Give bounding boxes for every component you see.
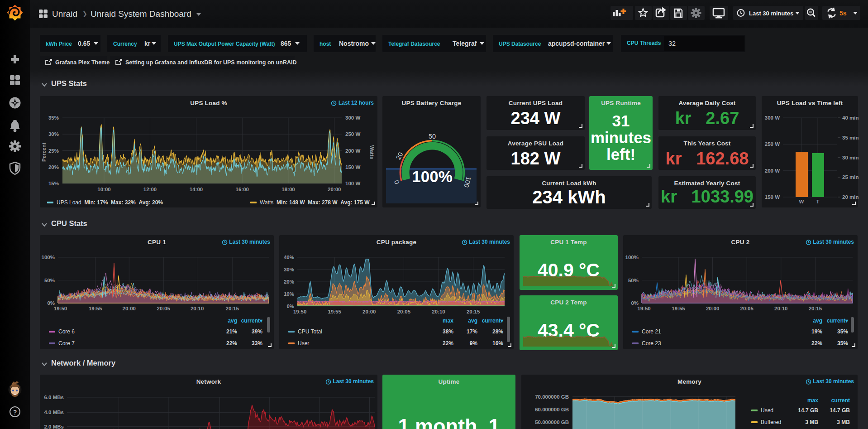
svg-text:Percent: Percent <box>41 143 47 162</box>
svg-text:12:00: 12:00 <box>143 187 157 192</box>
svg-text:25%: 25% <box>48 148 59 154</box>
svg-text:150 W: 150 W <box>765 194 780 200</box>
svg-text:20:00: 20:00 <box>706 306 719 311</box>
svg-text:100 W: 100 W <box>345 181 360 186</box>
svg-text:40 min: 40 min <box>842 115 858 121</box>
svg-text:19:55: 19:55 <box>672 306 685 311</box>
svg-text:19:50: 19:50 <box>54 306 67 311</box>
svg-text:10:00: 10:00 <box>97 187 110 192</box>
svg-text:25 min: 25 min <box>842 174 858 180</box>
svg-text:250 W: 250 W <box>345 131 360 137</box>
svg-text:100%: 100% <box>412 168 453 185</box>
svg-text:100%: 100% <box>625 255 639 260</box>
svg-text:0%: 0% <box>286 304 294 309</box>
svg-text:300 W: 300 W <box>345 115 360 121</box>
svg-text:19:50: 19:50 <box>293 309 306 314</box>
svg-text:19:55: 19:55 <box>89 306 102 311</box>
svg-text:50.000000 GB: 50.000000 GB <box>535 419 569 425</box>
svg-text:30%: 30% <box>48 131 59 137</box>
svg-text:W: W <box>799 199 804 204</box>
svg-text:200 W: 200 W <box>345 148 360 154</box>
svg-text:250 W: 250 W <box>765 141 780 147</box>
svg-text:100%: 100% <box>42 255 55 260</box>
svg-text:35 min: 35 min <box>842 135 858 140</box>
svg-text:4.0 MBs: 4.0 MBs <box>44 410 64 415</box>
svg-text:20:05: 20:05 <box>397 309 411 314</box>
svg-text:20:00: 20:00 <box>362 309 376 314</box>
svg-text:70.000000 GB: 70.000000 GB <box>535 394 569 400</box>
svg-text:20%: 20% <box>48 164 59 170</box>
svg-text:20%: 20% <box>284 279 294 284</box>
svg-text:20:10: 20:10 <box>191 306 204 311</box>
svg-text:6.0 MBs: 6.0 MBs <box>44 395 64 400</box>
svg-text:19:55: 19:55 <box>328 309 341 314</box>
svg-text:60.000000 GB: 60.000000 GB <box>535 407 569 412</box>
svg-text:0%: 0% <box>631 300 639 306</box>
svg-text:20:05: 20:05 <box>157 306 170 311</box>
svg-text:18:00: 18:00 <box>281 187 295 192</box>
svg-text:35%: 35% <box>48 115 59 121</box>
svg-text:40%: 40% <box>284 255 294 260</box>
svg-text:10%: 10% <box>284 291 294 297</box>
svg-text:30%: 30% <box>284 267 294 272</box>
svg-text:2.0 MBs: 2.0 MBs <box>44 424 64 429</box>
svg-text:?: ? <box>13 409 17 416</box>
svg-text:Watts: Watts <box>369 145 375 159</box>
svg-text:50: 50 <box>429 133 436 140</box>
svg-text:20:05: 20:05 <box>740 306 754 311</box>
svg-text:20:15: 20:15 <box>809 306 822 311</box>
svg-text:20:10: 20:10 <box>774 306 787 311</box>
svg-text:20:10: 20:10 <box>432 309 445 314</box>
svg-text:20:15: 20:15 <box>225 306 239 311</box>
svg-text:300 W: 300 W <box>765 115 780 121</box>
svg-text:0%: 0% <box>47 300 55 306</box>
svg-text:16:00: 16:00 <box>236 187 249 192</box>
svg-text:14:00: 14:00 <box>190 187 203 192</box>
svg-text:20:00: 20:00 <box>123 306 136 311</box>
svg-text:150 W: 150 W <box>345 164 360 170</box>
svg-text:20:00: 20:00 <box>328 187 341 192</box>
svg-text:19:50: 19:50 <box>637 306 650 311</box>
svg-text:50%: 50% <box>628 278 639 283</box>
svg-text:50%: 50% <box>44 278 55 283</box>
svg-text:15%: 15% <box>48 181 59 186</box>
svg-text:200 W: 200 W <box>765 168 780 174</box>
svg-text:30 min: 30 min <box>842 155 858 160</box>
svg-text:T: T <box>816 199 819 204</box>
svg-text:20 min: 20 min <box>842 194 858 200</box>
svg-text:20:15: 20:15 <box>467 309 480 314</box>
